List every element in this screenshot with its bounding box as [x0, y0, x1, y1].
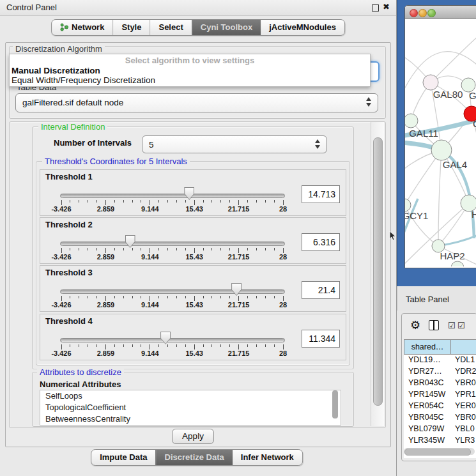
network-node[interactable]: [451, 261, 464, 266]
threshold-value-field[interactable]: 6.316: [302, 233, 340, 251]
network-edge[interactable]: [438, 150, 441, 246]
network-node-gal4[interactable]: [431, 140, 452, 160]
tab-discretize-data[interactable]: Discretize Data: [156, 450, 233, 465]
network-node-gal11[interactable]: [405, 114, 418, 128]
table-scrollbar-thumb[interactable]: [404, 449, 471, 456]
minor-tick: [123, 296, 124, 298]
tab-impute-data[interactable]: Impute Data: [91, 450, 155, 465]
minor-tick: [70, 296, 70, 298]
thresholds-group-label: Threshold's Coordinates for 5 Intervals: [42, 157, 190, 166]
column-header-2[interactable]: n: [450, 339, 476, 355]
threshold-label: Threshold 3: [45, 268, 93, 277]
major-tick: [283, 200, 284, 205]
tab-label: Cyni Toolbox: [201, 22, 252, 32]
apply-button[interactable]: Apply: [172, 429, 214, 444]
table-row[interactable]: YPR145WYPR1: [404, 389, 476, 401]
spinner-stepper-icon[interactable]: [315, 139, 321, 149]
minor-tick: [132, 296, 133, 298]
tab-style[interactable]: Style: [112, 20, 150, 35]
scrollbar-thumb[interactable]: [373, 137, 383, 406]
tab-infer-network[interactable]: Infer Network: [233, 450, 302, 465]
checkbox-icon[interactable]: ☑: [448, 321, 456, 330]
vertical-scrollbar[interactable]: [371, 122, 384, 426]
threshold-slider-track[interactable]: [60, 242, 285, 246]
table-row[interactable]: YDR27…YDR2: [404, 366, 476, 378]
network-edge[interactable]: [431, 36, 476, 82]
algorithm-option[interactable]: Manual Discretization: [12, 66, 100, 75]
minor-tick: [158, 248, 159, 250]
table-horizontal-scrollbar[interactable]: [404, 448, 475, 455]
close-icon[interactable]: ✖: [383, 2, 390, 12]
threshold-slider-thumb[interactable]: [184, 187, 194, 200]
threshold-slider-track[interactable]: [60, 338, 285, 342]
attribute-item[interactable]: BetweennessCentrality: [40, 413, 341, 425]
tab-cyni-toolbox[interactable]: Cyni Toolbox: [192, 20, 261, 35]
major-tick: [61, 344, 62, 349]
table-row[interactable]: YBL079WYBL0: [404, 424, 476, 435]
column-header-1[interactable]: shared…: [404, 339, 450, 355]
tab-network[interactable]: Network: [52, 20, 112, 35]
minor-tick: [220, 248, 221, 250]
major-tick: [238, 296, 239, 301]
gear-icon[interactable]: ⚙: [410, 318, 420, 332]
minor-tick: [114, 200, 115, 203]
tick-label: 9.144: [131, 205, 169, 213]
threshold-value-field[interactable]: 11.344: [302, 330, 340, 348]
minor-tick: [167, 200, 168, 203]
attribute-item[interactable]: TopologicalCoefficient: [40, 402, 341, 413]
algorithm-option[interactable]: Equal Width/Frequency Discretization: [12, 75, 155, 85]
algorithm-hint: Select algorithm to view settings: [10, 56, 370, 65]
table-header-row: shared…n: [404, 339, 476, 355]
threshold-slider-thumb[interactable]: [231, 283, 242, 296]
threshold-value-field[interactable]: 14.713: [302, 185, 340, 203]
tab-jactivemnodules[interactable]: jActiveMNodules: [261, 20, 344, 35]
attributes-scrollbar-thumb[interactable]: [332, 390, 338, 418]
table-row[interactable]: YLR345WYLR3: [404, 435, 476, 447]
major-tick: [150, 344, 150, 349]
table-row[interactable]: YBR043CYBR0: [404, 378, 476, 389]
minor-tick: [265, 200, 266, 203]
minor-tick: [256, 248, 257, 250]
numerical-attributes-list[interactable]: SelfLoopsTopologicalCoefficientBetweenne…: [40, 390, 341, 426]
minor-tick: [96, 200, 97, 203]
minor-tick: [70, 248, 70, 250]
tab-select[interactable]: Select: [150, 20, 191, 35]
attributes-group-label: Attributes to discretize: [37, 368, 124, 377]
zoom-traffic-light-icon[interactable]: [427, 9, 436, 17]
minor-tick: [229, 296, 230, 298]
minor-tick: [211, 248, 212, 250]
minor-tick: [141, 296, 141, 298]
table-row[interactable]: YDL19…YDL1: [404, 355, 476, 366]
threshold-slider-track[interactable]: [60, 289, 285, 294]
attribute-item[interactable]: SelfLoops: [40, 390, 341, 402]
network-node-gcy1[interactable]: [405, 199, 411, 211]
minor-tick: [96, 248, 97, 250]
control-panel-titlebar: Control Panel ✖: [0, 0, 396, 16]
minimize-traffic-light-icon[interactable]: [418, 9, 427, 17]
table-data-value: galFiltered.sif default node: [22, 98, 123, 107]
threshold-slider-track[interactable]: [60, 194, 285, 198]
combo-stepper-icon[interactable]: [366, 97, 372, 107]
tick-label: -3.426: [42, 205, 81, 213]
minor-tick: [265, 248, 266, 250]
table-row[interactable]: YER054CYER0: [404, 401, 476, 412]
close-traffic-light-icon[interactable]: [410, 9, 418, 17]
major-tick: [150, 296, 150, 301]
network-node-gal80[interactable]: [423, 75, 438, 90]
table-row[interactable]: YBR045CYBR0: [404, 412, 476, 424]
minor-tick: [114, 296, 115, 298]
network-window-titlebar[interactable]: [405, 6, 476, 19]
table-data-combobox[interactable]: galFiltered.sif default node: [15, 93, 378, 112]
columns-icon[interactable]: [429, 320, 439, 330]
minor-tick: [229, 248, 230, 250]
checkbox-icon[interactable]: ☑: [457, 321, 465, 330]
network-canvas[interactable]: GAL80GCGAL11GAL4GCY1HHAP2: [405, 19, 476, 266]
major-tick: [105, 200, 106, 205]
number-of-intervals-spinner[interactable]: 5: [142, 135, 327, 153]
threshold-slider-thumb[interactable]: [125, 235, 135, 248]
minor-tick: [256, 344, 257, 347]
tick-label: 21.715: [220, 205, 258, 213]
threshold-value-field[interactable]: 21.4: [302, 281, 340, 299]
threshold-slider-thumb[interactable]: [160, 332, 171, 344]
float-window-icon[interactable]: [372, 4, 379, 12]
